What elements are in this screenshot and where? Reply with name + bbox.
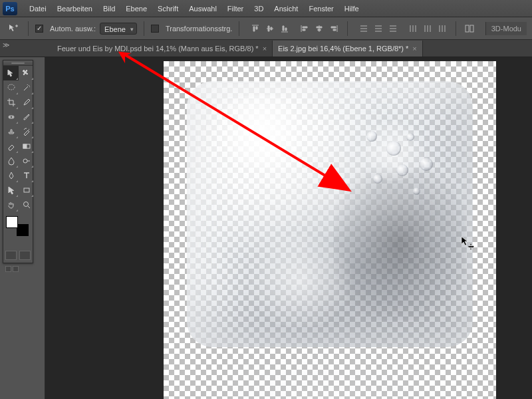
- transform-controls-label: Transformationsstrg.: [166, 25, 232, 33]
- distribute-group-2: [406, 22, 449, 35]
- menu-type[interactable]: Schrift: [152, 0, 184, 17]
- panel-grip-icon[interactable]: [3, 61, 33, 66]
- distribute-vcenter-button[interactable]: [372, 22, 385, 35]
- distribute-left-button[interactable]: [406, 22, 420, 35]
- align-bottom-edges-button[interactable]: [278, 22, 291, 35]
- menu-image[interactable]: Bild: [98, 0, 120, 17]
- menu-help[interactable]: Hilfe: [339, 0, 364, 17]
- blur-tool[interactable]: [3, 154, 19, 168]
- document-canvas[interactable]: [164, 61, 496, 399]
- hand-tool[interactable]: [3, 198, 19, 212]
- align-group-2: [298, 22, 340, 35]
- document-tab-2[interactable]: Eis 2.jpg bei 16,4% (Ebene 1, RGB/8*) * …: [273, 41, 423, 57]
- move-tool-indicator-icon: [5, 21, 21, 37]
- svg-point-5: [12, 116, 13, 118]
- distribute-hcenter-button[interactable]: [421, 22, 434, 35]
- menu-3d[interactable]: 3D: [249, 0, 269, 17]
- history-brush-tool[interactable]: [19, 124, 34, 139]
- clone-stamp-tool[interactable]: [3, 124, 19, 139]
- 3d-mode-button[interactable]: 3D-Modu: [485, 22, 527, 35]
- path-selection-tool[interactable]: [3, 183, 19, 198]
- options-bar: Autom. ausw.: Ebene Transformationsstrg.…: [0, 17, 532, 40]
- menu-edit[interactable]: Bearbeiten: [52, 0, 98, 17]
- separator: [144, 21, 144, 36]
- lasso-tool[interactable]: [3, 80, 19, 95]
- svg-rect-1: [470, 25, 473, 32]
- menu-filter[interactable]: Filter: [222, 0, 249, 17]
- svg-rect-9: [24, 188, 29, 192]
- pen-tool[interactable]: [3, 168, 19, 183]
- separator: [28, 21, 29, 36]
- toolbox-panel[interactable]: [3, 60, 33, 263]
- type-tool[interactable]: [19, 168, 34, 183]
- move-cursor-icon: [460, 235, 475, 250]
- app-logo-icon: Ps: [3, 2, 17, 15]
- separator: [347, 21, 348, 36]
- align-left-edges-button[interactable]: [298, 22, 311, 35]
- close-icon[interactable]: ×: [263, 45, 267, 53]
- svg-point-2: [8, 84, 15, 90]
- svg-rect-7: [23, 144, 27, 148]
- menu-layer[interactable]: Ebene: [120, 0, 152, 17]
- tabstrip-overflow-icon[interactable]: ≫: [3, 41, 9, 49]
- separator: [456, 21, 456, 36]
- auto-select-label: Autom. ausw.:: [50, 25, 96, 33]
- auto-select-checkbox[interactable]: [35, 25, 43, 33]
- document-tabstrip: ≫ Feuer und Eis by MDI.psd bei 14,1% (Ma…: [0, 40, 532, 57]
- default-colors-icon[interactable]: [5, 266, 11, 272]
- swap-colors-icon[interactable]: [13, 266, 19, 272]
- svg-point-10: [23, 202, 28, 207]
- crop-tool[interactable]: [3, 95, 19, 110]
- close-icon[interactable]: ×: [412, 45, 416, 53]
- align-group-1: [249, 22, 291, 35]
- transform-controls-checkbox[interactable]: [151, 25, 159, 33]
- canvas-area[interactable]: [45, 57, 532, 399]
- eraser-tool[interactable]: [3, 139, 19, 154]
- eyedropper-tool[interactable]: [19, 95, 34, 110]
- gradient-tool[interactable]: [19, 139, 34, 154]
- document-tab-title: Eis 2.jpg bei 16,4% (Ebene 1, RGB/8*) *: [278, 45, 408, 53]
- align-vertical-centers-button[interactable]: [263, 22, 277, 35]
- auto-select-target-dropdown[interactable]: Ebene: [100, 23, 137, 35]
- distribute-group-1: [357, 22, 400, 35]
- distribute-bottom-button[interactable]: [386, 22, 400, 35]
- brush-tool[interactable]: [19, 110, 34, 124]
- color-swatches: [3, 212, 33, 239]
- distribute-right-button[interactable]: [436, 22, 449, 35]
- align-right-edges-button[interactable]: [327, 22, 340, 35]
- artboard-tool[interactable]: [19, 66, 34, 80]
- menu-file[interactable]: Datei: [24, 0, 52, 17]
- menu-select[interactable]: Auswahl: [184, 0, 222, 17]
- auto-align-button[interactable]: [463, 22, 476, 35]
- move-tool[interactable]: [3, 66, 19, 80]
- align-horizontal-centers-button[interactable]: [313, 22, 326, 35]
- workspace: [0, 57, 532, 399]
- magic-wand-tool[interactable]: [19, 80, 34, 95]
- quick-mask-toggle[interactable]: [5, 251, 17, 260]
- background-color-swatch[interactable]: [17, 224, 29, 236]
- svg-point-8: [23, 159, 27, 163]
- menu-window[interactable]: Fenster: [303, 0, 338, 17]
- document-tab-1[interactable]: Feuer und Eis by MDI.psd bei 14,1% (Mann…: [52, 41, 273, 57]
- dodge-tool[interactable]: [19, 154, 34, 168]
- rectangle-tool[interactable]: [19, 183, 34, 198]
- screen-mode-toggle[interactable]: [19, 251, 31, 260]
- distribute-top-button[interactable]: [357, 22, 370, 35]
- align-top-edges-button[interactable]: [249, 22, 262, 35]
- document-tab-title: Feuer und Eis by MDI.psd bei 14,1% (Mann…: [57, 45, 259, 53]
- healing-brush-tool[interactable]: [3, 110, 19, 124]
- svg-point-4: [9, 116, 11, 118]
- menu-bar: Ps Datei Bearbeiten Bild Ebene Schrift A…: [0, 0, 532, 17]
- foreground-color-swatch[interactable]: [6, 216, 18, 228]
- screen-mode-row: [3, 248, 33, 263]
- zoom-tool[interactable]: [19, 198, 34, 212]
- separator: [239, 21, 239, 36]
- image-content: [174, 68, 486, 387]
- menu-view[interactable]: Ansicht: [269, 0, 303, 17]
- svg-rect-0: [466, 25, 469, 32]
